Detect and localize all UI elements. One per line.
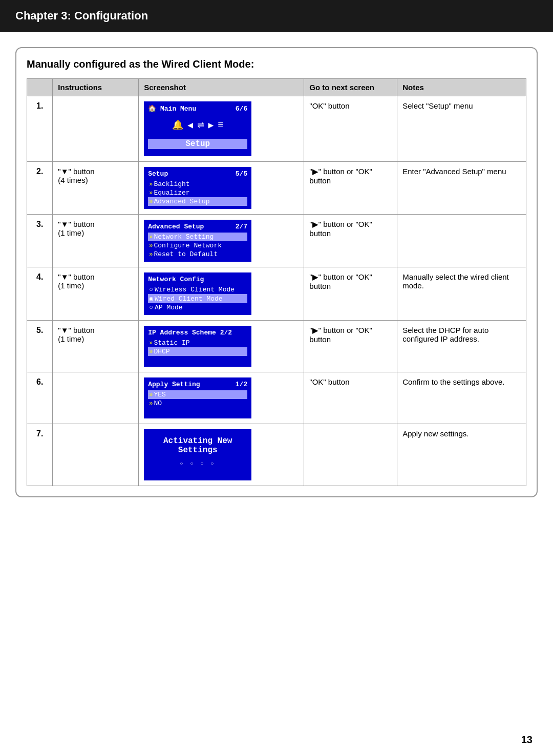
item-label: Static IP <box>154 339 189 347</box>
row-goto-1: "OK" button <box>304 96 397 162</box>
main-card: Manually configured as the Wired Client … <box>15 47 538 497</box>
col-header-notes: Notes <box>397 79 526 96</box>
icon-left: ◀ <box>187 119 193 131</box>
screen-item-equalizer: » Equalizer <box>148 188 247 197</box>
item-label: Wireless Client Mode <box>155 286 235 293</box>
screen-item-network: » Network Setting <box>148 233 247 241</box>
table-row: 4. "▼" button(1 time) Network Config Wir… <box>27 267 526 321</box>
col-header-num <box>27 79 53 96</box>
row-screenshot-3: Advanced Setup 2/7 » Network Setting » C… <box>139 215 304 267</box>
screen-item-wireless: Wireless Client Mode <box>148 285 247 294</box>
icon-right: ▶ <box>208 119 214 131</box>
col-header-goto: Go to next screen <box>304 79 397 96</box>
row-goto-7 <box>304 424 397 486</box>
table-row: 3. "▼" button(1 time) Advanced Setup 2/7… <box>27 215 526 267</box>
screen-item-advanced: » Advanced Setup <box>148 197 247 206</box>
screen-dots: ○ ○ ○ ○ <box>148 459 247 469</box>
table-row: 6. Apply Setting 1/2 » YES <box>27 372 526 424</box>
icon-bell: 🔔 <box>172 119 183 131</box>
arrow-icon: » <box>149 198 153 205</box>
screen-item-dhcp: » DHCP <box>148 347 247 356</box>
page-number: 13 <box>521 734 533 746</box>
screen-item-reset: » Reset to Default <box>148 250 247 259</box>
icon-menu: ≡ <box>218 120 223 130</box>
arrow-icon: » <box>149 190 153 197</box>
item-label: Wired Client Mode <box>155 295 223 303</box>
row-instructions-4: "▼" button(1 time) <box>53 267 139 321</box>
screen-item-configure: » Configure Network <box>148 241 247 250</box>
screen-activating: Activating New Settings <box>148 432 247 459</box>
screen-titlebar-3: Advanced Setup 2/7 <box>148 223 247 230</box>
item-label: Equalizer <box>154 189 189 197</box>
table-row: 7. Activating New Settings ○ ○ ○ ○ Apply… <box>27 424 526 486</box>
item-label: Configure Network <box>154 242 222 249</box>
radio-wireless <box>149 286 155 293</box>
screen-page-2: 5/5 <box>236 170 247 178</box>
item-label: Reset to Default <box>154 250 218 258</box>
screen-titlebar-2: Setup 5/5 <box>148 170 247 178</box>
screen-item-yes: » YES <box>148 390 247 399</box>
screen-item-staticip: » Static IP <box>148 339 247 347</box>
row-goto-2: "▶" button or "OK" button <box>304 162 397 215</box>
row-instructions-7 <box>53 424 139 486</box>
row-notes-5: Select the DHCP for auto configured IP a… <box>397 321 526 372</box>
device-screen-3: Advanced Setup 2/7 » Network Setting » C… <box>144 220 251 262</box>
col-header-screenshot: Screenshot <box>139 79 304 96</box>
screen-item-ap: AP Mode <box>148 303 247 312</box>
row-screenshot-2: Setup 5/5 » Backlight » Equalizer <box>139 162 304 215</box>
row-screenshot-5: IP Address Scheme 2/2 » Static IP » DHCP <box>139 321 304 372</box>
item-label: DHCP <box>154 348 169 355</box>
screen-item-wired: Wired Client Mode <box>148 294 247 303</box>
screen-title-adv: Advanced Setup <box>148 223 204 230</box>
row-notes-7: Apply new settings. <box>397 424 526 486</box>
screen-setup-label: Setup <box>148 135 247 153</box>
row-goto-4: "▶" button or "OK" button <box>304 267 397 321</box>
row-notes-3 <box>397 215 526 267</box>
row-num: 4. <box>27 267 53 321</box>
row-num: 2. <box>27 162 53 215</box>
item-label: Network Setting <box>154 233 214 241</box>
screen-home-icon: 🏠 Main Menu <box>148 104 196 113</box>
device-screen-2: Setup 5/5 » Backlight » Equalizer <box>144 167 251 209</box>
arrow-icon: » <box>149 348 153 355</box>
row-num: 6. <box>27 372 53 424</box>
screen-page-6: 1/2 <box>236 381 247 388</box>
table-row: 2. "▼" button(4 times) Setup 5/5 » Backl… <box>27 162 526 215</box>
screen-titlebar-4: Network Config <box>148 276 247 283</box>
row-num: 7. <box>27 424 53 486</box>
chapter-header: Chapter 3: Configuration <box>0 0 553 32</box>
item-label: Backlight <box>154 180 189 188</box>
row-goto-6: "OK" button <box>304 372 397 424</box>
screen-item-no: » NO <box>148 399 247 408</box>
row-instructions <box>53 96 139 162</box>
arrow-icon: » <box>149 400 153 407</box>
screen-titlebar-6: Apply Setting 1/2 <box>148 381 247 388</box>
item-label: AP Mode <box>155 304 183 311</box>
row-instructions-5: "▼" button(1 time) <box>53 321 139 372</box>
device-screen-5: IP Address Scheme 2/2 » Static IP » DHCP <box>144 326 251 367</box>
screen-page-3: 2/7 <box>236 223 247 230</box>
screen-item-backlight: » Backlight <box>148 180 247 188</box>
screen-title-ip: IP Address Scheme 2/2 <box>148 329 232 337</box>
arrow-icon: » <box>149 234 153 241</box>
page-body: Manually configured as the Wired Client … <box>0 32 553 528</box>
header-title: Chapter 3: Configuration <box>15 9 148 22</box>
table-row: 1. 🏠 Main Menu 6/6 🔔 ◀ ⇌ <box>27 96 526 162</box>
row-goto-3: "▶" button or "OK" button <box>304 215 397 267</box>
device-screen-7: Activating New Settings ○ ○ ○ ○ <box>144 429 251 480</box>
table-row: 5. "▼" button(1 time) IP Address Scheme … <box>27 321 526 372</box>
instructions-table: Instructions Screenshot Go to next scree… <box>27 78 526 486</box>
device-screen-4: Network Config Wireless Client Mode Wire… <box>144 272 251 315</box>
icon-usb: ⇌ <box>197 118 204 132</box>
row-notes-4: Manually select the wired client mode. <box>397 267 526 321</box>
row-instructions-3: "▼" button(1 time) <box>53 215 139 267</box>
screen-title-setup: Setup <box>148 170 168 178</box>
row-screenshot: 🏠 Main Menu 6/6 🔔 ◀ ⇌ ▶ ≡ <box>139 96 304 162</box>
row-num: 5. <box>27 321 53 372</box>
screen-titlebar-1: 🏠 Main Menu 6/6 <box>148 104 247 113</box>
arrow-icon: » <box>149 340 153 347</box>
screen-icons: 🔔 ◀ ⇌ ▶ ≡ <box>148 115 247 135</box>
arrow-icon: » <box>149 181 153 188</box>
arrow-icon: » <box>149 251 153 258</box>
screen-page-num: 6/6 <box>236 105 247 113</box>
